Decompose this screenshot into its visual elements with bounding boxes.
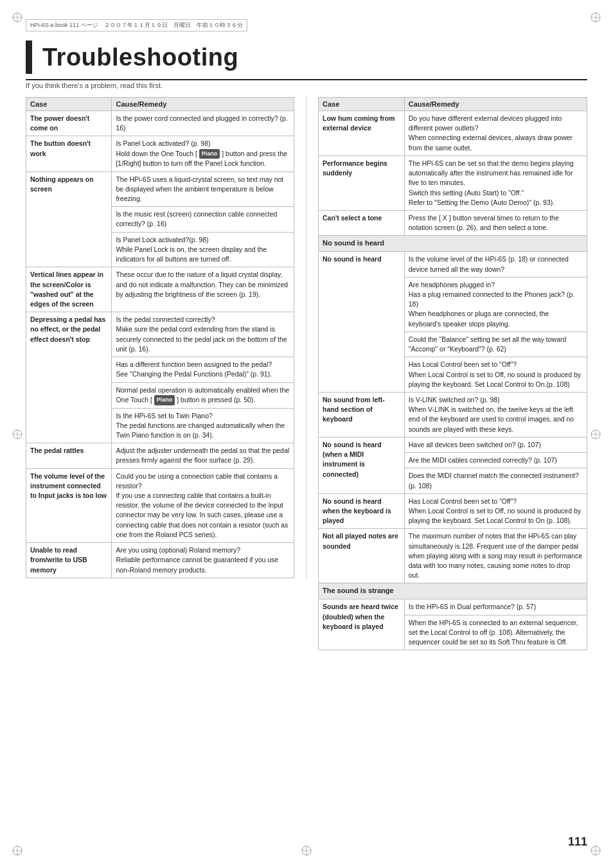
remedy-cell: Press the [ X ] button several times to … (404, 210, 587, 235)
table-row: The power doesn't come onIs the power co… (26, 111, 294, 136)
remedy-cell: Is Panel Lock activated? (p. 98)Hold dow… (112, 136, 294, 172)
piano-button-icon: Piano (154, 395, 175, 405)
case-cell: Nothing appears on screen (26, 172, 112, 267)
remedy-cell: Are the MIDI cables connected correctly?… (404, 453, 587, 468)
table-row: The volume level of the instrument conne… (26, 468, 294, 543)
subtitle: If you think there's a problem, read thi… (26, 82, 587, 89)
case-cell: The power doesn't come on (26, 111, 112, 136)
case-cell: The button doesn't work (26, 136, 112, 172)
remedy-cell: Has Local Control been set to "Off"?When… (404, 493, 587, 529)
remedy-cell: Is the power cord connected and plugged … (112, 111, 294, 136)
table-row: Can't select a tonePress the [ X ] butto… (319, 210, 587, 235)
corner-mark-tl (12, 12, 23, 23)
table-row: Not all played notes are soundedThe maxi… (319, 529, 587, 583)
table-row: The pedal rattlesAdjust the adjuster und… (26, 443, 294, 468)
case-cell: Low hum coming from external device (319, 111, 405, 156)
remedy-cell: Is the HPi-6S set to Twin Piano?The peda… (112, 408, 294, 443)
remedy-cell: Adjust the adjuster underneath the pedal… (112, 443, 294, 468)
table-row: Sounds are heard twice (doubled) when th… (319, 599, 587, 615)
table-row: Depressing a pedal has no effect, or the… (26, 312, 294, 357)
section-header-cell: The sound is strange (319, 583, 587, 599)
title-block: Troubleshooting (26, 40, 587, 74)
left-column: Case Cause/Remedy The power doesn't come… (26, 97, 306, 578)
case-cell: No sound is heard (when a MIDI instrumen… (319, 437, 405, 493)
case-cell: Depressing a pedal has no effect, or the… (26, 312, 112, 443)
case-cell: No sound is heard when the keyboard is p… (319, 493, 405, 529)
remedy-cell: Could the "Balance" setting be set all t… (404, 332, 587, 357)
left-col-header-case: Case (26, 98, 112, 111)
remedy-cell: Could you be using a connection cable th… (112, 468, 294, 543)
right-table: Case Cause/Remedy Low hum coming from ex… (318, 97, 587, 650)
divider-top (26, 79, 587, 80)
remedy-cell: Has a different function been assigned t… (112, 357, 294, 382)
remedy-cell: Is Panel Lock activated?(p. 98)While Pan… (112, 232, 294, 267)
table-row: No sound is heardIs the volume level of … (319, 252, 587, 277)
remedy-cell: Do you have different external devices p… (404, 111, 587, 156)
remedy-cell: Is V-LINK switched on? (p. 98)When V-LIN… (404, 392, 587, 437)
left-col-header-remedy: Cause/Remedy (112, 98, 294, 111)
section-header-row: No sound is heard (319, 236, 587, 252)
remedy-cell: Is the music rest (screen) connection ca… (112, 207, 294, 232)
title-bar (26, 40, 32, 74)
remedy-cell: When the HPi-6S is connected to an exter… (404, 615, 587, 650)
corner-mark-tr (590, 12, 601, 23)
right-col-header-remedy: Cause/Remedy (404, 98, 587, 111)
remedy-cell: Have all devices been switched on? (p. 1… (404, 437, 587, 452)
remedy-cell: Has Local Control been set to "Off"?When… (404, 357, 587, 393)
two-col-layout: Case Cause/Remedy The power doesn't come… (26, 97, 587, 650)
table-row: No sound from left-hand section of keybo… (319, 392, 587, 437)
case-cell: Not all played notes are sounded (319, 529, 405, 583)
remedy-cell: The HPi-6S uses a liquid-crystal screen,… (112, 172, 294, 207)
table-row: Low hum coming from external deviceDo yo… (319, 111, 587, 156)
remedy-cell: Are you using (optional) Roland memory?R… (112, 543, 294, 578)
section-header-cell: No sound is heard (319, 236, 587, 252)
case-cell: No sound from left-hand section of keybo… (319, 392, 405, 437)
table-row: Vertical lines appear in the screen/Colo… (26, 267, 294, 312)
case-cell: Performance begins suddenly (319, 155, 405, 210)
remedy-cell: Normal pedal operation is automatically … (112, 382, 294, 408)
remedy-cell: Is the pedal connected correctly?Make su… (112, 312, 294, 357)
corner-mark-br (590, 845, 601, 856)
case-cell: Unable to read from/write to USB memory (26, 543, 112, 578)
table-row: Nothing appears on screenThe HPi-6S uses… (26, 172, 294, 207)
case-cell: The pedal rattles (26, 443, 112, 468)
corner-mark-bl (12, 845, 23, 856)
remedy-cell: Is the HPi-6S in Dual performance? (p. 5… (404, 599, 587, 615)
right-col-header-case: Case (319, 98, 405, 111)
remedy-cell: These occur due to the nature of a liqui… (112, 267, 294, 312)
piano-button-icon: Piano (199, 149, 220, 159)
corner-mark-ml (12, 429, 23, 440)
case-cell: Can't select a tone (319, 210, 405, 235)
case-cell: No sound is heard (319, 252, 405, 393)
header-meta: HPi-6S-e.book 111 ページ ２００７年１１月１９日 月曜日 午前… (26, 19, 247, 31)
table-row: No sound is heard (when a MIDI instrumen… (319, 437, 587, 452)
remedy-cell: Does the MIDI channel match the connecte… (404, 468, 587, 493)
page-title: Troubleshooting (42, 44, 238, 71)
table-row: The button doesn't workIs Panel Lock act… (26, 136, 294, 172)
corner-mark-bm (301, 845, 312, 856)
case-cell: Vertical lines appear in the screen/Colo… (26, 267, 112, 312)
right-column: Case Cause/Remedy Low hum coming from ex… (306, 97, 587, 650)
remedy-cell: Are headphones plugged in?Has a plug rem… (404, 277, 587, 332)
remedy-cell: Is the volume level of the HPi-6S (p. 18… (404, 252, 587, 277)
table-row: Performance begins suddenlyThe HPi-6S ca… (319, 155, 587, 210)
case-cell: The volume level of the instrument conne… (26, 468, 112, 543)
remedy-cell: The maximum number of notes that the HPi… (404, 529, 587, 583)
corner-mark-mr (590, 429, 601, 440)
table-row: No sound is heard when the keyboard is p… (319, 493, 587, 529)
table-row: Unable to read from/write to USB memoryA… (26, 543, 294, 578)
page-number: 111 (568, 835, 587, 849)
remedy-cell: The HPi-6S can be set so that the demo b… (404, 155, 587, 210)
section-header-row: The sound is strange (319, 583, 587, 599)
case-cell: Sounds are heard twice (doubled) when th… (319, 599, 405, 650)
page: HPi-6S-e.book 111 ページ ２００７年１１月１９日 月曜日 午前… (0, 0, 613, 868)
left-table: Case Cause/Remedy The power doesn't come… (26, 97, 294, 578)
